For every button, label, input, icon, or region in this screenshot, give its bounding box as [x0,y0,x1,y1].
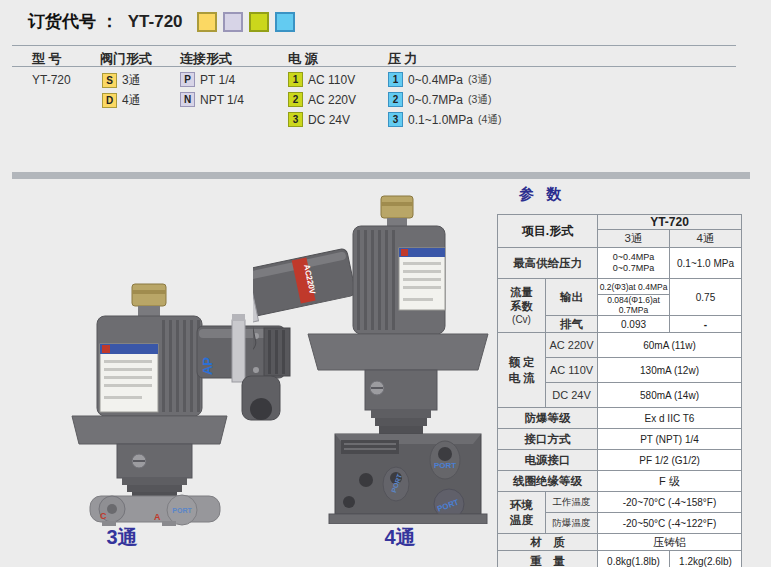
table-row: 材 质 压铸铝 [498,534,742,551]
power-port-value: PF 1/2 (G1/2) [598,450,742,471]
port-c-label: C [100,511,107,521]
explosion-label: 防爆等级 [498,408,598,429]
order-conn-npt: N NPT 1/4 [180,92,244,107]
col3-header: 3通 [598,230,670,248]
power-port-label: 电源接口 [498,450,598,471]
table-row: 重 量 0.8kg(1.8lb) 1.2kg(2.6lb) [498,551,742,567]
table-row: 线圈绝缘等级 F 级 [498,471,742,492]
connection-color-swatch [223,12,243,32]
order-power-ac220: 2 AC 220V [288,92,356,107]
item-header-cell: 项目.形式 [498,215,598,248]
ambient-ex-label: 防爆温度 [546,513,598,534]
weight-4way: 1.2kg(2.6lb) [670,551,742,567]
valve-type-color-swatch [197,12,217,32]
port-label-1: PORT [434,461,456,470]
nameplate [100,344,158,412]
code-chip-2-power: 2 [288,92,303,107]
code-chip-S: S [102,73,117,88]
order-pressure-2: 2 0~0.7MPa (3通) [388,92,491,107]
valve-mid-section [117,444,192,478]
rule-top [12,45,736,46]
cv-exhaust-4way: - [670,316,742,333]
order-power-dc24: 3 DC 24V [288,112,350,127]
rated-ac110-label: AC 110V [546,358,598,383]
model-header-cell: YT-720 [598,215,742,230]
table-row: 环境 温度 工作温度 -20~70°C (-4~158°F) [498,492,742,513]
ordering-code-model: YT-720 [128,12,183,32]
code-chip-D: D [102,93,117,108]
code-chip-1-power: 1 [288,72,303,87]
caption-4way: 4通 [360,524,440,551]
insulation-label: 线圈绝缘等级 [498,471,598,492]
max-supply-label: 最高供给压力 [498,248,598,279]
params-table: 项目.形式 YT-720 3通 4通 最高供给压力 0~0.4MPa 0~0.7… [497,214,742,567]
table-row: 接口方式 PT (NPT) 1/4 [498,429,742,450]
port-label-3way: PORT [172,507,192,514]
col-header-pressure: 压 力 [388,50,418,68]
pressure-color-swatch [275,12,295,32]
section-divider-bar [12,172,750,179]
nameplate [399,248,445,310]
code-chip-2-pressure: 2 [388,92,403,107]
cap-nut [381,196,413,218]
ambient-ex-value: -20~50°C (-4~122°F) [598,513,742,534]
code-chip-N: N [180,92,195,107]
order-valve-4way: D 4通 [102,92,141,109]
cv-out-3way-a: 0.2(Φ3)at 0.4MPa [598,279,670,295]
rated-dc24-label: DC 24V [546,383,598,408]
cv-exhaust-3way: 0.093 [598,316,670,333]
coil-label-3way: AP [200,357,215,375]
col-header-power: 电 源 [288,50,318,68]
weight-label: 重 量 [498,551,598,567]
order-conn-pt: P PT 1/4 [180,72,235,87]
params-title: 参 数 [519,185,565,204]
explosion-value: Ex d IIC T6 [598,408,742,429]
ordering-code-header: 订货代号 ： YT-720 [28,10,295,33]
ambient-label: 环境 温度 [498,492,546,534]
rated-current-label: 额 定 电 流 [498,333,546,408]
code-chip-3-power: 3 [288,112,303,127]
mounting-flange [72,416,227,444]
max-supply-4way: 0.1~1.0 MPa [670,248,742,279]
table-row: 流量 系数 (Cv) 输出 0.2(Φ3)at 0.4MPa 0.75 [498,279,742,295]
block-label-plate [341,440,399,454]
order-pressure-3: 3 0.1~1.0MPa (4通) [388,112,501,127]
col-header-connection: 连接形式 [180,50,232,68]
rated-ac220-label: AC 220V [546,333,598,358]
table-row: 额 定 电 流 AC 220V 60mA (11w) [498,333,742,358]
max-supply-3way: 0~0.4MPa 0~0.7MPa [598,248,670,279]
material-label: 材 质 [498,534,598,551]
ordering-code-title: 订货代号 ： [28,10,118,33]
col-header-model: 型 号 [32,50,62,68]
insulation-value: F 级 [598,471,742,492]
cv-out-3way-b: 0.084(Φ1.6)at 0.7MPa [598,295,670,316]
power-color-swatch [249,12,269,32]
table-row: 电源接口 PF 1/2 (G1/2) [498,450,742,471]
block-base [329,514,487,524]
code-chip-1-pressure: 1 [388,72,403,87]
col4-header: 4通 [670,230,742,248]
table-row: 防爆等级 Ex d IIC T6 [498,408,742,429]
material-value: 压铸铝 [598,534,742,551]
cv-out-4way: 0.75 [670,279,742,316]
port-type-label: 接口方式 [498,429,598,450]
cv-exhaust-label: 排气 [546,316,598,333]
port-type-value: PT (NPT) 1/4 [598,429,742,450]
weight-3way: 0.8kg(1.8lb) [598,551,670,567]
order-pressure-1: 1 0~0.4MPa (3通) [388,72,491,87]
cap-nut [132,284,166,306]
code-chip-3-pressure: 3 [388,112,403,127]
order-model-value: YT-720 [32,73,71,87]
table-row: 最高供给压力 0~0.4MPa 0~0.7MPa 0.1~1.0 MPa [498,248,742,279]
rated-dc24-value: 580mA (14w) [598,383,742,408]
ambient-work-value: -20~70°C (-4~158°F) [598,492,742,513]
order-power-ac110: 1 AC 110V [288,72,355,87]
mounting-flange [308,334,488,370]
product-photo-4way-valve: AC220V PORT PORT PORT [253,192,493,524]
code-chip-P: P [180,72,195,87]
cv-out-label: 输出 [546,279,598,316]
table-row: 项目.形式 YT-720 [498,215,742,230]
cv-label: 流量 系数 (Cv) [498,279,546,333]
rated-ac220-value: 60mA (11w) [598,333,742,358]
col-header-valve-type: 阀门形式 [100,50,152,68]
